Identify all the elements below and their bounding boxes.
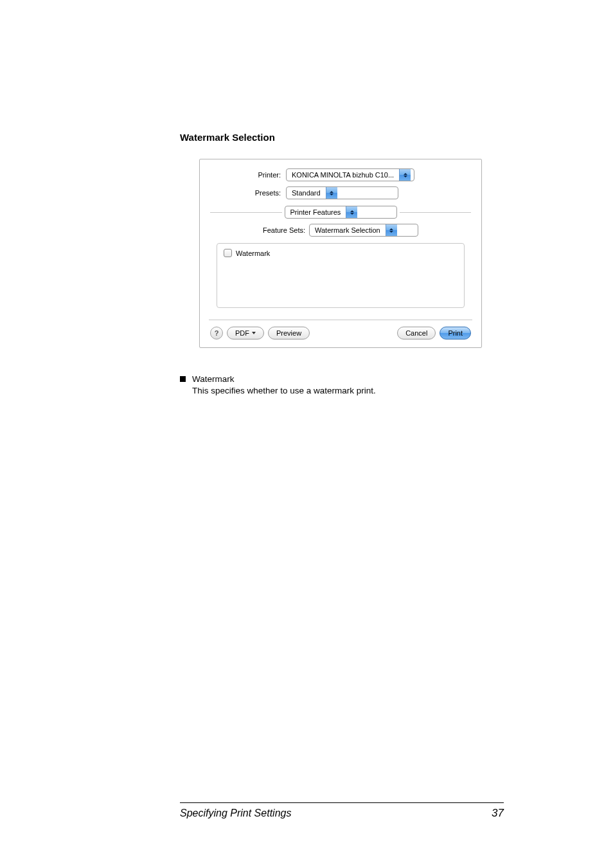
preview-button[interactable]: Preview [268, 327, 310, 339]
page-footer: Specifying Print Settings 37 [180, 802, 504, 820]
footer-row: Specifying Print Settings 37 [180, 807, 504, 820]
divider [400, 212, 472, 213]
preview-button-label: Preview [276, 329, 301, 337]
watermark-group: Watermark [217, 243, 465, 308]
feature-sets-row: Feature Sets: Watermark Selection [210, 224, 471, 237]
footer-section-title: Specifying Print Settings [180, 808, 291, 819]
pdf-menu-label: PDF [235, 329, 249, 337]
section-heading: Watermark Selection [180, 132, 504, 143]
section-select[interactable]: Printer Features [285, 206, 397, 219]
watermark-checkbox-label: Watermark [236, 249, 270, 257]
dialog-button-row: ? PDF Preview Cancel Print [210, 327, 471, 339]
cancel-button-label: Cancel [405, 329, 427, 337]
feature-sets-label: Feature Sets: [263, 226, 309, 234]
presets-row: Presets: Standard [210, 186, 471, 199]
page: Watermark Selection Printer: KONICA MINO… [0, 0, 613, 868]
bullet-title: Watermark [192, 374, 235, 385]
section-select-value: Printer Features [285, 206, 346, 218]
watermark-checkbox[interactable] [224, 249, 232, 257]
printer-row: Printer: KONICA MINOLTA bizhub C10... [210, 168, 471, 181]
bullet-icon [180, 376, 186, 382]
chevron-down-icon [252, 332, 256, 334]
cancel-button[interactable]: Cancel [397, 327, 436, 339]
bullet-row: Watermark [180, 374, 504, 385]
print-dialog: Printer: KONICA MINOLTA bizhub C10... Pr… [199, 159, 482, 348]
print-button[interactable]: Print [440, 327, 471, 339]
divider [210, 212, 282, 213]
divider [209, 320, 472, 320]
section-row: Printer Features [210, 206, 471, 219]
page-number: 37 [492, 807, 504, 820]
printer-select-value: KONICA MINOLTA bizhub C10... [287, 169, 399, 181]
print-button-label: Print [448, 329, 463, 337]
feature-sets-select[interactable]: Watermark Selection [309, 224, 418, 237]
presets-select[interactable]: Standard [286, 186, 398, 199]
chevron-updown-icon [346, 206, 357, 218]
presets-select-value: Standard [287, 187, 326, 199]
pdf-menu-button[interactable]: PDF [227, 327, 264, 339]
feature-sets-select-value: Watermark Selection [310, 224, 386, 236]
footer-rule [180, 802, 504, 803]
bullet-block: Watermark This specifies whether to use … [180, 374, 504, 397]
printer-select[interactable]: KONICA MINOLTA bizhub C10... [286, 168, 414, 181]
help-button[interactable]: ? [210, 327, 223, 339]
presets-label: Presets: [210, 189, 286, 197]
chevron-updown-icon [326, 187, 337, 199]
chevron-updown-icon [399, 169, 411, 181]
bullet-body: This specifies whether to use a watermar… [192, 385, 504, 397]
printer-label: Printer: [210, 171, 286, 179]
watermark-checkbox-row: Watermark [224, 249, 458, 257]
help-icon: ? [215, 329, 219, 337]
chevron-updown-icon [386, 224, 397, 236]
